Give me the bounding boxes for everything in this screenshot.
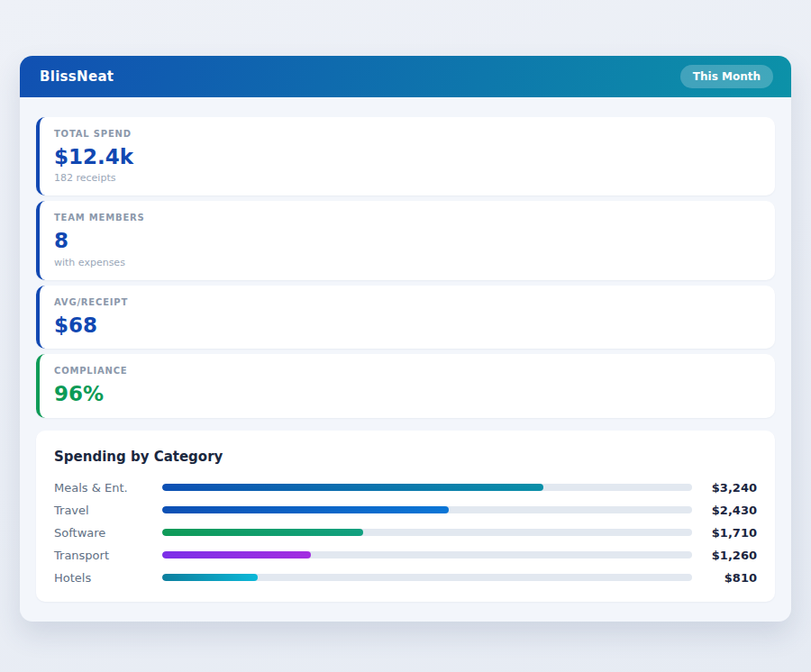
spending-row-hotels: Hotels $810 <box>54 567 757 589</box>
stat-value: 96% <box>54 382 759 405</box>
dashboard-content: TOTAL SPEND $12.4k 182 receipts TEAM MEM… <box>20 97 791 602</box>
bar-fill-meals <box>162 484 543 491</box>
stat-subtext: with expenses <box>54 257 759 268</box>
stat-value: $68 <box>54 313 759 337</box>
bar-fill-software <box>162 529 363 536</box>
category-label: Transport <box>54 549 162 562</box>
category-value: $1,710 <box>692 526 757 540</box>
stat-card-avg-receipt: AVG/RECEIPT $68 <box>36 286 775 349</box>
bar-track <box>162 484 692 491</box>
spending-row-travel: Travel $2,430 <box>54 499 757 522</box>
stat-label: TOTAL SPEND <box>54 129 759 139</box>
stat-subtext: 182 receipts <box>54 172 759 184</box>
category-value: $1,260 <box>692 549 757 562</box>
spending-card-title: Spending by Category <box>54 449 757 465</box>
app-header: BlissNeat This Month <box>20 56 791 97</box>
bar-fill-transport <box>162 551 311 558</box>
stat-label: TEAM MEMBERS <box>54 213 759 222</box>
bar-track <box>162 574 692 581</box>
stat-card-team-members: TEAM MEMBERS 8 with expenses <box>36 201 775 279</box>
spending-row-meals: Meals & Ent. $3,240 <box>54 477 757 499</box>
stat-value: $12.4k <box>54 145 759 168</box>
bar-track <box>162 551 692 558</box>
stat-label: AVG/RECEIPT <box>54 297 759 307</box>
spending-row-transport: Transport $1,260 <box>54 544 757 567</box>
period-filter-badge[interactable]: This Month <box>680 65 773 88</box>
category-label: Meals & Ent. <box>54 481 162 495</box>
bar-fill-hotels <box>162 574 258 581</box>
app-title: BlissNeat <box>40 68 114 85</box>
dashboard-window: BlissNeat This Month TOTAL SPEND $12.4k … <box>20 56 791 622</box>
bar-track <box>162 506 692 513</box>
category-label: Travel <box>54 504 162 517</box>
spending-by-category-card: Spending by Category Meals & Ent. $3,240… <box>36 431 775 602</box>
category-value: $810 <box>692 571 757 585</box>
stat-value: 8 <box>54 229 759 252</box>
category-label: Hotels <box>54 571 162 585</box>
stat-card-total-spend: TOTAL SPEND $12.4k 182 receipts <box>36 117 775 195</box>
spending-row-software: Software $1,710 <box>54 522 757 544</box>
bar-fill-travel <box>162 506 449 513</box>
category-label: Software <box>54 526 162 540</box>
category-value: $2,430 <box>692 504 757 517</box>
stat-card-compliance: COMPLIANCE 96% <box>36 354 775 417</box>
bar-track <box>162 529 692 536</box>
stat-label: COMPLIANCE <box>54 366 759 376</box>
category-value: $3,240 <box>692 481 757 495</box>
